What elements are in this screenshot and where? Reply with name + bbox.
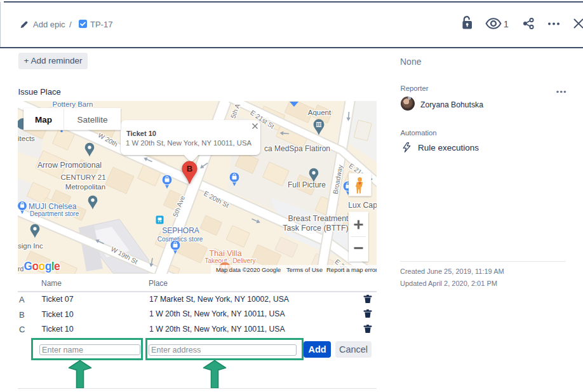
svg-text:Terms of Use: Terms of Use — [286, 266, 323, 273]
svg-text:ca MedSpa Flatiron: ca MedSpa Flatiron — [264, 144, 330, 153]
svg-text:1 W 20th St, New York, NY 1001: 1 W 20th St, New York, NY 10011, USA — [126, 139, 251, 147]
svg-text:CENTURY 21: CENTURY 21 — [60, 173, 105, 181]
svg-text:Satellite: Satellite — [77, 115, 107, 125]
svg-text:Map data ©2020 Google: Map data ©2020 Google — [216, 266, 281, 273]
svg-text:B: B — [187, 164, 192, 173]
svg-text:Map: Map — [35, 115, 52, 125]
svg-text:Takeout · Delivery: Takeout · Delivery — [204, 257, 255, 264]
svg-text:rd: rd — [18, 265, 23, 273]
svg-text:Google: Google — [24, 260, 61, 273]
svg-text:Pottery Barn: Pottery Barn — [53, 101, 93, 108]
svg-text:Breast Treatment: Breast Treatment — [288, 214, 349, 223]
svg-text:Ticket 10: Ticket 10 — [126, 130, 156, 137]
svg-text:Full Picture: Full Picture — [288, 180, 326, 189]
svg-text:sign Inc: sign Inc — [18, 242, 43, 250]
svg-text:Lux Capital: Lux Capital — [348, 201, 377, 210]
svg-text:Aquent: Aquent — [308, 109, 332, 116]
svg-text:Metropolitan: Metropolitan — [65, 183, 105, 191]
svg-text:Department store: Department store — [30, 210, 79, 217]
svg-text:SEPHORA: SEPHORA — [162, 226, 199, 235]
svg-text:Task Force (BTTF): Task Force (BTTF) — [283, 224, 348, 233]
svg-text:itects: itects — [18, 135, 35, 142]
svg-text:Report a map error: Report a map error — [326, 266, 377, 273]
svg-text:MUJI Chelsea: MUJI Chelsea — [29, 202, 77, 211]
svg-text:Cosmetics store: Cosmetics store — [157, 236, 203, 243]
svg-text:Thai Villa: Thai Villa — [209, 249, 241, 258]
svg-text:Arrow Promotional: Arrow Promotional — [37, 161, 102, 170]
